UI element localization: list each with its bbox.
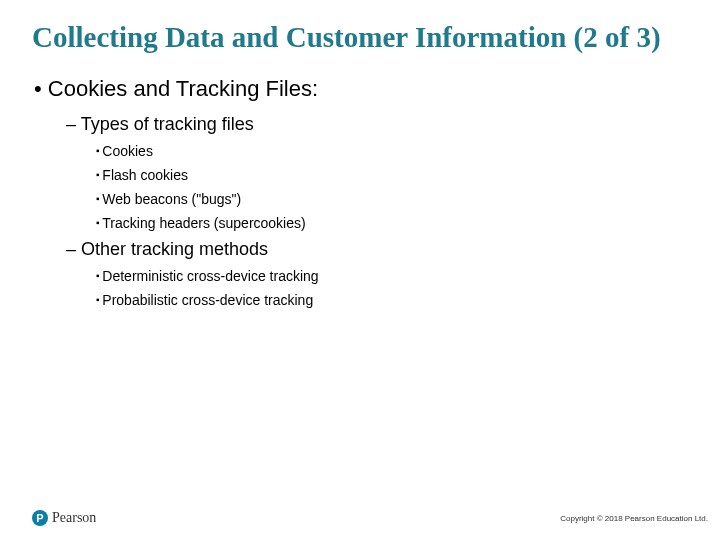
bullet-lvl2: Types of tracking files Cookies Flash co… <box>66 114 688 231</box>
bullet-text: Types of tracking files <box>81 114 254 134</box>
bullet-lvl3: Tracking headers (supercookies) <box>96 215 688 231</box>
logo-mark-icon: P <box>32 510 48 526</box>
bullet-text: Other tracking methods <box>81 239 268 259</box>
footer: P Pearson Copyright © 2018 Pearson Educa… <box>32 510 708 526</box>
bullet-text: Cookies and Tracking Files: <box>48 76 318 101</box>
slide: Collecting Data and Customer Information… <box>0 0 720 540</box>
publisher-logo: P Pearson <box>32 510 96 526</box>
bullet-lvl3: Web beacons ("bugs") <box>96 191 688 207</box>
bullet-lvl1: Cookies and Tracking Files: Types of tra… <box>34 76 688 308</box>
bullet-list-lvl2: Types of tracking files Cookies Flash co… <box>66 114 688 308</box>
bullet-text: Flash cookies <box>102 167 188 183</box>
bullet-lvl3: Probabilistic cross-device tracking <box>96 292 688 308</box>
bullet-list: Cookies and Tracking Files: Types of tra… <box>34 76 688 308</box>
bullet-lvl3: Cookies <box>96 143 688 159</box>
bullet-text: Web beacons ("bugs") <box>102 191 241 207</box>
logo-text: Pearson <box>52 510 96 526</box>
bullet-lvl3: Flash cookies <box>96 167 688 183</box>
bullet-list-lvl3: Deterministic cross-device tracking Prob… <box>96 268 688 308</box>
bullet-list-lvl3: Cookies Flash cookies Web beacons ("bugs… <box>96 143 688 231</box>
copyright-text: Copyright © 2018 Pearson Education Ltd. <box>560 514 708 523</box>
bullet-text: Cookies <box>102 143 153 159</box>
bullet-text: Probabilistic cross-device tracking <box>102 292 313 308</box>
bullet-lvl2: Other tracking methods Deterministic cro… <box>66 239 688 308</box>
bullet-text: Deterministic cross-device tracking <box>102 268 318 284</box>
bullet-text: Tracking headers (supercookies) <box>102 215 305 231</box>
bullet-lvl3: Deterministic cross-device tracking <box>96 268 688 284</box>
slide-title: Collecting Data and Customer Information… <box>32 20 688 54</box>
